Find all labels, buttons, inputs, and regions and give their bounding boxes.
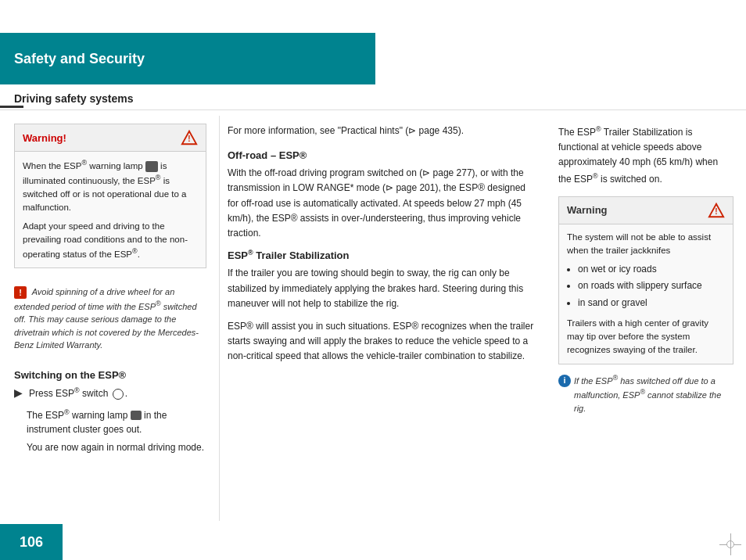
warning-box-left: Warning! ! When the ESP® warning lamp is… [14,124,206,268]
subtitle-bar [0,106,23,108]
subtitle-divider [0,109,746,110]
note-text-left: Avoid spinning of a drive wheel for an e… [14,287,199,350]
circle-button-icon [113,389,124,400]
bullet-item-3: in sand or gravel [578,296,725,311]
warning-text-2: Adapt your speed and driving to the prev… [23,220,198,262]
note-icon-left: ! [14,286,27,299]
corner-crosshair-br [719,533,741,555]
svg-text:!: ! [188,135,190,144]
page-number-block: 106 [0,524,63,560]
warning-box-right: Warning ! The system will not be able to… [558,196,733,364]
bullet-item-1: on wet or icy roads [578,262,725,277]
header: Safety and Security Driving safety syste… [0,0,746,84]
header-blue-bar: Safety and Security [0,33,375,84]
right-intro-text: The ESP® Trailer Stabilization is functi… [558,124,733,187]
main-content: Warning! ! When the ESP® warning lamp is… [0,116,746,521]
trailer-body-1: If the trailer you are towing should beg… [228,266,535,311]
warning-right-text-1: The system will not be able to assist wh… [567,231,725,258]
trailer-section-title: ESP® Trailer Stabilization [228,249,535,261]
svg-text:!: ! [715,207,717,216]
page-number: 106 [20,534,43,551]
warning-triangle-icon-left: ! [181,129,198,146]
warning-bullet-list: on wet or icy roads on roads with slippe… [578,262,725,311]
warning-title-left: Warning! [23,132,66,144]
warning-header-right: Warning ! [559,197,733,224]
warning-triangle-icon-right: ! [708,202,725,219]
middle-column: For more information, see "Practical hin… [219,116,551,521]
right-column: The ESP® Trailer Stabilization is functi… [551,116,746,521]
left-column: Warning! ! When the ESP® warning lamp is… [0,116,219,521]
bullet-item-2: on roads with slippery surface [578,278,725,293]
warning-body-left: When the ESP® warning lamp is illuminate… [15,152,206,267]
arrow-icon-1: ▶ [14,386,23,401]
switch-sub-2: You are now again in normal driving mode… [27,440,206,454]
page-title: Safety and Security [14,51,145,67]
offroad-section-title: Off-road – ESP® [228,149,535,161]
section-subtitle: Driving safety systems [14,92,134,105]
note-box-left: ! Avoid spinning of a drive wheel for an… [14,279,206,358]
warning-title-right: Warning [567,204,608,216]
switching-section-header: Switching on the ESP® [14,369,206,381]
switch-sub-1: The ESP® warning lamp in the instrument … [27,407,206,436]
info-icon: i [558,375,571,387]
info-note-text: If the ESP® has switched off due to a ma… [574,374,733,415]
trailer-body-2: ESP® will assist you in such situations.… [228,319,535,364]
middle-intro-text: For more information, see "Practical hin… [228,124,535,138]
switch-step-1: ▶ Press ESP® switch . [14,386,206,401]
warning-right-text-2: Trailers with a high center of gravity m… [567,317,725,357]
warning-header-left: Warning! ! [15,124,206,152]
info-note-right: i If the ESP® has switched off due to a … [558,374,733,415]
warning-body-right: The system will not be able to assist wh… [559,224,733,364]
warning-text-1: When the ESP® warning lamp is illuminate… [23,158,198,215]
offroad-body-text: With the off-road driving program switch… [228,166,535,241]
switch-step-1-text: Press ESP® switch . [29,386,127,400]
